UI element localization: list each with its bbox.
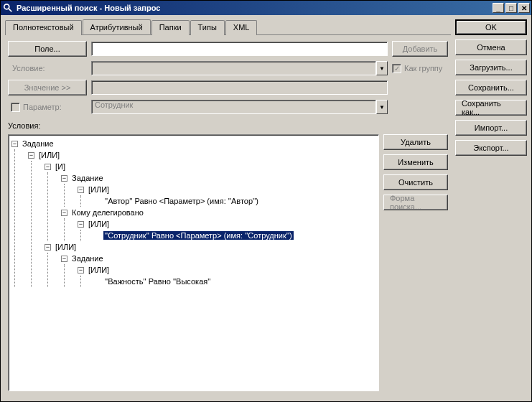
chevron-down-icon[interactable]: ▼ xyxy=(376,61,388,75)
tree-toggle[interactable]: − xyxy=(11,141,18,147)
as-group-check: ✓ xyxy=(392,64,401,73)
tab-folders[interactable]: Папки xyxy=(151,20,190,35)
tree-item[interactable]: Задание xyxy=(70,254,105,263)
conditions-area: −Задание −[ИЛИ] −[И] xyxy=(8,134,448,391)
parameter-combo[interactable]: Сотрудник ▼ xyxy=(91,100,388,114)
tree-item[interactable]: Задание xyxy=(70,174,105,182)
app-icon xyxy=(2,2,14,14)
tree-toggle[interactable]: − xyxy=(45,244,51,251)
field-row: Поле... Добавить xyxy=(8,41,448,57)
main-area: Полнотекстовый Атрибутивный Папки Типы X… xyxy=(5,19,451,397)
svg-line-1 xyxy=(9,9,11,11)
conditions-label: Условия: xyxy=(8,121,448,130)
condition-input xyxy=(91,61,376,75)
window-controls: _ □ ✕ xyxy=(493,3,530,13)
client-area: Полнотекстовый Атрибутивный Папки Типы X… xyxy=(1,15,531,401)
parameter-row: Параметр: Сотрудник ▼ xyxy=(8,100,448,114)
chevron-down-icon[interactable]: ▼ xyxy=(376,100,388,114)
parameter-label: Параметр: xyxy=(23,103,62,111)
maximize-button[interactable]: □ xyxy=(505,3,517,13)
save-button[interactable]: Сохранить... xyxy=(455,80,527,95)
tree-item-selected[interactable]: ''Сотрудник'' Равно <Параметр> (имя: ''С… xyxy=(103,231,294,240)
tab-attribute[interactable]: Атрибутивный xyxy=(83,19,151,34)
tree-toggle[interactable]: − xyxy=(78,267,84,274)
tab-fulltext[interactable]: Полнотекстовый xyxy=(5,20,82,35)
tree-toggle[interactable]: − xyxy=(61,256,67,262)
edit-button[interactable]: Изменить xyxy=(383,154,448,170)
tree-item[interactable]: ''Важность'' Равно ''Высокая'' xyxy=(103,277,212,286)
as-group-checkbox[interactable]: ✓ Как группу xyxy=(392,64,448,73)
field-input[interactable] xyxy=(91,42,388,56)
value-button[interactable]: Значение >> xyxy=(8,80,87,95)
parameter-check xyxy=(11,103,20,112)
tab-xml[interactable]: XML xyxy=(225,20,258,35)
tree-toggle[interactable]: − xyxy=(45,164,51,170)
import-button[interactable]: Импорт... xyxy=(455,120,527,136)
tree-item[interactable]: [ИЛИ] xyxy=(87,220,111,228)
tree-item[interactable]: [ИЛИ] xyxy=(54,243,78,251)
close-button[interactable]: ✕ xyxy=(518,3,530,13)
save-as-button[interactable]: Сохранить как... xyxy=(455,100,527,116)
tree-toggle[interactable]: − xyxy=(28,152,34,159)
field-button[interactable]: Поле... xyxy=(8,41,87,57)
ok-button[interactable]: OK xyxy=(455,19,527,35)
search-form-button[interactable]: Форма поиска... xyxy=(383,195,448,210)
parameter-checkbox[interactable]: Параметр: xyxy=(8,103,87,112)
tab-strip: Полнотекстовый Атрибутивный Папки Типы X… xyxy=(5,19,451,35)
tree-item[interactable]: Кому делегировано xyxy=(70,208,145,217)
side-buttons: OK Отмена Загрузить... Сохранить... Сохр… xyxy=(455,19,527,397)
tree-item[interactable]: [И] xyxy=(54,162,67,171)
conditions-tree[interactable]: −Задание −[ИЛИ] −[И] xyxy=(8,134,379,391)
export-button[interactable]: Экспорт... xyxy=(455,140,527,156)
condition-combo[interactable]: ▼ xyxy=(91,61,388,75)
delete-button[interactable]: Удалить xyxy=(383,134,448,150)
parameter-input: Сотрудник xyxy=(91,100,376,114)
window-title: Расширенный поиск - Новый запрос xyxy=(17,4,493,12)
svg-point-0 xyxy=(4,4,9,9)
tree-item[interactable]: Задание xyxy=(21,139,55,148)
tree-item[interactable]: [ИЛИ] xyxy=(87,266,111,274)
window: Расширенный поиск - Новый запрос _ □ ✕ П… xyxy=(0,0,532,402)
cancel-button[interactable]: Отмена xyxy=(455,39,527,55)
as-group-label: Как группу xyxy=(404,64,442,73)
tree-item[interactable]: [ИЛИ] xyxy=(37,151,61,159)
tab-types[interactable]: Типы xyxy=(190,20,225,35)
condition-label: Условие: xyxy=(8,64,87,73)
clear-button[interactable]: Очистить xyxy=(383,174,448,190)
tab-content: Поле... Добавить Условие: ▼ ✓ Как группу xyxy=(5,35,451,397)
tree-toggle[interactable]: − xyxy=(61,210,67,216)
add-button[interactable]: Добавить xyxy=(392,41,448,57)
tree-buttons: Удалить Изменить Очистить Форма поиска..… xyxy=(383,134,448,391)
load-button[interactable]: Загрузить... xyxy=(455,60,527,75)
condition-row: Условие: ▼ ✓ Как группу xyxy=(8,61,448,75)
value-input[interactable] xyxy=(91,80,388,95)
minimize-button[interactable]: _ xyxy=(493,3,504,13)
tree-item[interactable]: ''Автор'' Равно <Параметр> (имя: ''Автор… xyxy=(103,197,260,205)
tree-toggle[interactable]: − xyxy=(78,221,84,228)
titlebar: Расширенный поиск - Новый запрос _ □ ✕ xyxy=(1,1,531,15)
tree-item[interactable]: [ИЛИ] xyxy=(87,185,111,194)
value-row: Значение >> xyxy=(8,80,448,95)
tree-toggle[interactable]: − xyxy=(61,175,67,182)
tree-toggle[interactable]: − xyxy=(78,187,84,193)
